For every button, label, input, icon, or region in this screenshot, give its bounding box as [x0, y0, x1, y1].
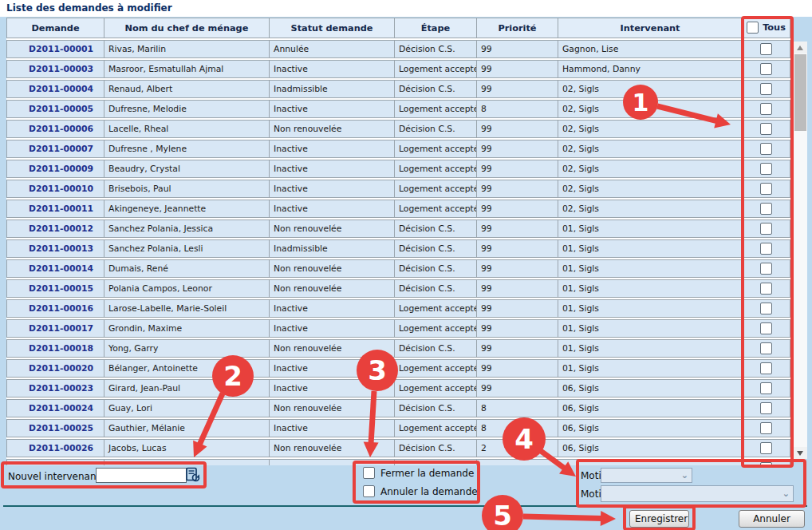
cell-priorite: 99: [477, 279, 558, 298]
cell-priorite: 99: [477, 40, 558, 58]
cell-statut: Inactive: [270, 379, 395, 398]
cell-select: [743, 379, 790, 398]
cell-nom: Polania Campos, Leonor: [104, 279, 270, 298]
table-row: D2011-00003 Masroor, Esmatullah Ajmal In…: [6, 60, 790, 78]
cancel-button[interactable]: Annuler: [739, 510, 805, 528]
row-checkbox[interactable]: [760, 43, 772, 55]
cell-statut: Annulée: [270, 40, 395, 58]
row-checkbox[interactable]: [760, 143, 772, 155]
cell-etape: [395, 459, 477, 465]
row-checkbox[interactable]: [760, 322, 772, 334]
table-row: D2011-00012 Sanchez Polania, Jessica Non…: [6, 220, 790, 238]
col-header-tous: Tous: [743, 18, 790, 38]
row-checkbox[interactable]: [760, 442, 772, 454]
cell-priorite: 8: [477, 419, 558, 437]
callout-number-5: 5: [493, 500, 512, 530]
vertical-scrollbar[interactable]: [794, 42, 807, 459]
cell-priorite: 99: [477, 60, 558, 78]
cell-priorite: 99: [477, 120, 558, 138]
cell-priorite: 8: [477, 100, 558, 118]
cell-nom: Akingeneye, Jeannette: [104, 200, 270, 218]
select-all-checkbox[interactable]: [747, 22, 759, 34]
table-row: D2011-00016 Larose-Labelle, Marie-Soleil…: [6, 299, 790, 318]
row-checkbox[interactable]: [760, 382, 772, 394]
cell-priorite: 99: [477, 259, 558, 278]
save-button[interactable]: Enregistrer: [629, 510, 689, 528]
cell-demande: D2011-00006: [6, 120, 104, 138]
row-checkbox[interactable]: [760, 243, 772, 255]
table-row: D2011-00020 Bélanger, Antoinette Inactiv…: [6, 359, 790, 378]
row-checkbox[interactable]: [760, 163, 772, 175]
row-checkbox[interactable]: [760, 203, 772, 215]
annuler-demande-checkbox[interactable]: [363, 485, 375, 497]
cell-statut: Inactive: [270, 200, 395, 218]
cell-statut: Non renouvelée: [270, 439, 395, 457]
intervenant-lookup-icon[interactable]: [185, 467, 201, 483]
row-checkbox[interactable]: [760, 183, 772, 195]
cell-intervenant: 02, Sigls: [558, 180, 743, 198]
cell-select: [743, 299, 790, 318]
cell-nom: Larose-Labelle, Marie-Soleil: [104, 299, 270, 318]
row-checkbox[interactable]: [760, 362, 772, 374]
cell-intervenant: 01, Sigls: [558, 359, 743, 378]
row-checkbox[interactable]: [760, 123, 772, 135]
cell-select: [743, 60, 790, 78]
cell-statut: Inactive: [270, 100, 395, 118]
cell-demande: D2011-00010: [6, 180, 104, 198]
fermer-demande-checkbox[interactable]: [363, 467, 375, 479]
row-checkbox[interactable]: [760, 223, 772, 235]
cell-statut: Inactive: [270, 359, 395, 378]
cell-etape: Logement accepté: [395, 319, 477, 338]
cell-select: [743, 319, 790, 338]
motif2-select[interactable]: ⌄: [601, 485, 794, 502]
row-checkbox[interactable]: [760, 402, 772, 414]
cell-nom: Dufresne, Melodie: [104, 100, 270, 118]
cell-statut: Non renouvelée: [270, 259, 395, 278]
scrollbar-thumb[interactable]: [794, 54, 806, 131]
table-row: D2011-00001 Rivas, Marilin Annulée Décis…: [6, 40, 790, 58]
row-checkbox[interactable]: [760, 83, 772, 95]
cell-demande: [6, 459, 104, 465]
table-row: [6, 459, 790, 465]
cell-demande: D2011-00009: [6, 160, 104, 178]
scroll-up-button[interactable]: [794, 42, 807, 53]
cell-priorite: [477, 459, 558, 465]
row-checkbox[interactable]: [760, 303, 772, 314]
motif1-select[interactable]: ⌄: [601, 468, 692, 483]
table-row: D2011-00018 Yong, Garry Non renouvelée D…: [6, 339, 790, 358]
nouvel-intervenant-input[interactable]: [96, 468, 187, 483]
col-header-demande: Demande: [6, 18, 104, 38]
cell-nom: Masroor, Esmatullah Ajmal: [104, 60, 270, 78]
cell-etape: Logement accepté: [395, 200, 477, 218]
annuler-demande-label: Annuler la demande: [380, 486, 478, 497]
row-checkbox[interactable]: [760, 263, 772, 275]
row-checkbox[interactable]: [760, 342, 772, 354]
cell-intervenant: 06, Sigls: [558, 419, 743, 437]
cell-intervenant: 02, Sigls: [558, 80, 743, 98]
cell-priorite: 99: [477, 80, 558, 98]
cell-priorite: 8: [477, 399, 558, 417]
cell-etape: Logement accepté: [395, 299, 477, 318]
cell-demande: D2011-00015: [6, 279, 104, 298]
row-checkbox[interactable]: [760, 283, 772, 295]
scroll-down-button[interactable]: [794, 447, 807, 459]
cell-nom: Grondin, Maxime: [104, 319, 270, 338]
cell-etape: Décision C.S.: [395, 339, 477, 358]
cell-nom: Bélanger, Antoinette: [104, 359, 270, 378]
cell-etape: Décision C.S.: [395, 220, 477, 238]
table-row: D2011-00010 Brisebois, Paul Inactive Log…: [6, 180, 790, 198]
cell-statut: Non renouvelée: [270, 339, 395, 358]
cell-nom: Girard, Jean-Paul: [104, 379, 270, 398]
row-checkbox[interactable]: [760, 103, 772, 115]
table-row: D2011-00017 Grondin, Maxime Inactive Log…: [6, 319, 790, 338]
row-checkbox[interactable]: [760, 63, 772, 75]
callout-arrowhead-5: [601, 511, 616, 526]
cell-select: [743, 339, 790, 358]
row-checkbox[interactable]: [760, 422, 772, 434]
cell-etape: Logement accepté: [395, 60, 477, 78]
table-row: D2011-00009 Beaudry, Crystal Inactive Lo…: [6, 160, 790, 178]
row-checkbox[interactable]: [760, 462, 772, 465]
cell-intervenant: Hammond, Danny: [558, 60, 743, 78]
cell-etape: Décision C.S.: [395, 279, 477, 298]
cell-demande: D2011-00016: [6, 299, 104, 318]
